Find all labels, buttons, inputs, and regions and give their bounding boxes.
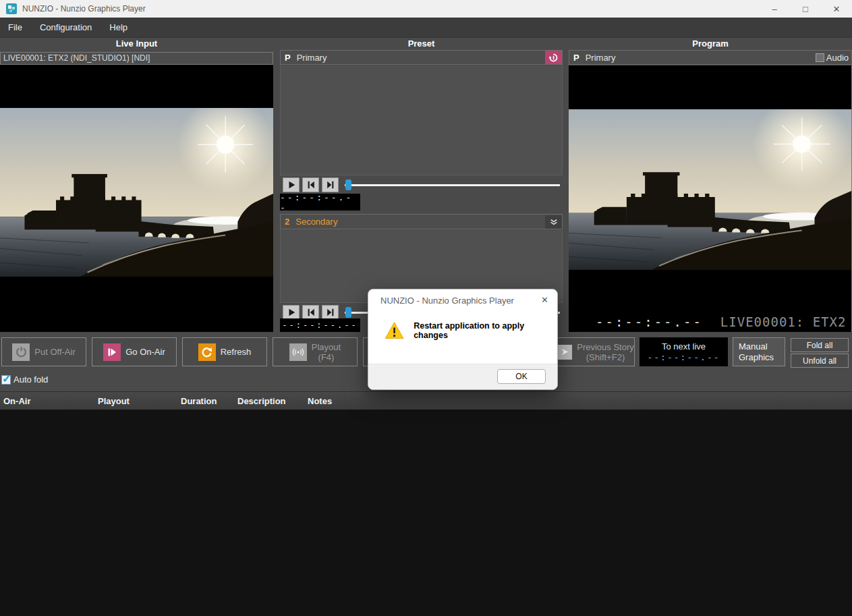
playlist-header-on-air[interactable]: On-Air	[3, 396, 30, 406]
preset-secondary-collapse-button[interactable]	[545, 215, 562, 229]
preset-secondary-header: 2 Secondary	[280, 214, 563, 229]
manual-graphics-label-line1: Manual	[739, 341, 785, 352]
menu-configuration[interactable]: Configuration	[31, 22, 101, 32]
to-next-live-timecode: --:--:--.--	[647, 352, 720, 362]
playout-label-line1: Playout	[312, 342, 341, 352]
live-video-preview	[0, 65, 273, 332]
restart-dialog-title: NUNZIO - Nunzio Graphics Player	[368, 289, 557, 311]
restart-dialog-message: Restart application to apply changes	[414, 321, 548, 340]
program-timecode-bar: --:--:--.-- LIVE00001: ETX2	[569, 311, 852, 332]
audio-checkbox-label: Audio	[826, 53, 849, 63]
skip-start-icon	[306, 180, 316, 190]
fold-all-button[interactable]: Fold all	[791, 338, 849, 352]
menu-bar: File Configuration Help	[0, 18, 852, 38]
preset-secondary-skip-start-button[interactable]	[302, 305, 319, 320]
preset-history-button[interactable]	[545, 51, 562, 64]
skip-end-icon	[326, 308, 335, 317]
broadcast-icon	[289, 343, 307, 361]
to-next-live-label: To next live	[662, 341, 706, 352]
live-input-section-title: Live Input	[0, 38, 273, 49]
previous-story-label-line1: Previous Story	[577, 342, 634, 352]
app-logo-icon	[6, 3, 17, 14]
program-video-preview	[569, 65, 852, 311]
preset-primary-seek-slider[interactable]	[345, 177, 560, 192]
playout-button[interactable]: Playout (F4)	[273, 337, 358, 366]
dialog-close-button[interactable]: ✕	[541, 295, 548, 305]
program-section-title: Program	[569, 38, 852, 49]
skip-end-icon	[326, 180, 335, 190]
close-button[interactable]: ✕	[821, 0, 852, 18]
play-icon	[287, 308, 296, 317]
preset-primary-skip-end-button[interactable]	[322, 177, 339, 192]
preset-primary-skip-start-button[interactable]	[302, 177, 319, 192]
preset-primary-prefix: P	[285, 53, 291, 63]
manual-graphics-button[interactable]: Manual Graphics	[733, 337, 785, 366]
program-label: Primary	[586, 53, 616, 63]
app-window: NUNZIO - Nunzio Graphics Player – □ ✕ Fi…	[0, 0, 852, 616]
previous-story-label-line2: (Shift+F2)	[586, 352, 625, 362]
restart-dialog: NUNZIO - Nunzio Graphics Player ✕ Restar…	[368, 289, 558, 390]
go-on-air-button[interactable]: Go On-Air	[92, 337, 177, 366]
double-chevron-down-icon	[549, 218, 559, 226]
program-header: P Primary Audio	[569, 50, 852, 65]
history-icon	[548, 53, 559, 63]
previous-story-arrow-icon	[557, 345, 572, 360]
put-off-air-button[interactable]: Put Off-Air	[1, 337, 86, 366]
preset-secondary-label: Secondary	[295, 217, 337, 227]
program-prefix: P	[573, 53, 579, 63]
unfold-all-button[interactable]: Unfold all	[791, 354, 849, 368]
preset-secondary-play-button[interactable]	[283, 305, 300, 320]
maximize-button[interactable]: □	[790, 0, 821, 18]
refresh-icon	[198, 343, 216, 361]
audio-checkbox-box[interactable]	[816, 53, 824, 62]
auto-fold-checkbox[interactable]: ✓ Auto fold	[1, 374, 48, 385]
playout-label-line2: (F4)	[318, 352, 335, 362]
play-icon	[287, 180, 296, 190]
slider-thumb[interactable]	[345, 179, 351, 190]
preset-primary-header: P Primary	[280, 50, 563, 65]
warning-icon	[385, 320, 404, 341]
live-input-source-label: LIVE00001: ETX2 (NDI_STUDIO1) [NDI]	[0, 52, 273, 65]
preset-primary-timecode: --:--:--.--	[280, 194, 360, 211]
playlist-header-duration[interactable]: Duration	[181, 396, 217, 406]
program-timecode: --:--:--.--	[596, 314, 703, 329]
slider-thumb[interactable]	[345, 307, 351, 318]
minimize-button[interactable]: –	[759, 0, 790, 18]
previous-story-button[interactable]: Previous Story (Shift+F2)	[550, 337, 635, 366]
preset-secondary-prefix: 2	[285, 217, 289, 227]
manual-graphics-label-line2: Graphics	[739, 352, 785, 363]
preset-primary-transport	[283, 177, 560, 193]
power-icon	[12, 343, 30, 361]
menu-help[interactable]: Help	[101, 22, 136, 32]
auto-fold-checkbox-box[interactable]: ✓	[1, 375, 11, 385]
program-source: LIVE00001: ETX2	[720, 314, 847, 329]
playlist-header-notes[interactable]: Notes	[308, 396, 332, 406]
preset-primary-play-button[interactable]	[283, 177, 300, 192]
preset-primary-label: Primary	[297, 53, 327, 63]
refresh-label: Refresh	[221, 347, 252, 357]
title-bar: NUNZIO - Nunzio Graphics Player – □ ✕	[0, 0, 852, 18]
menu-file[interactable]: File	[0, 22, 31, 32]
preset-section-title: Preset	[280, 38, 563, 49]
put-off-air-label: Put Off-Air	[34, 347, 75, 357]
preset-secondary-timecode: --:--:--.--	[280, 318, 360, 332]
auto-fold-label: Auto fold	[13, 374, 48, 385]
preset-primary-video	[280, 65, 563, 175]
go-on-air-label: Go On-Air	[125, 347, 165, 357]
on-air-icon	[103, 343, 121, 361]
to-next-live-panel: To next live --:--:--.--	[640, 337, 728, 366]
window-title: NUNZIO - Nunzio Graphics Player	[22, 4, 146, 13]
checkmark-icon: ✓	[2, 372, 11, 385]
playlist-header-playout[interactable]: Playout	[98, 396, 130, 406]
playlist-header-description[interactable]: Description	[237, 396, 286, 406]
ok-button[interactable]: OK	[497, 369, 546, 384]
refresh-button[interactable]: Refresh	[182, 337, 267, 366]
playlist-body	[0, 410, 852, 616]
playlist-header-row: On-Air Playout Duration Description Note…	[0, 391, 852, 410]
skip-start-icon	[306, 308, 316, 317]
preset-secondary-skip-end-button[interactable]	[322, 305, 339, 320]
audio-checkbox[interactable]: Audio	[816, 53, 849, 63]
